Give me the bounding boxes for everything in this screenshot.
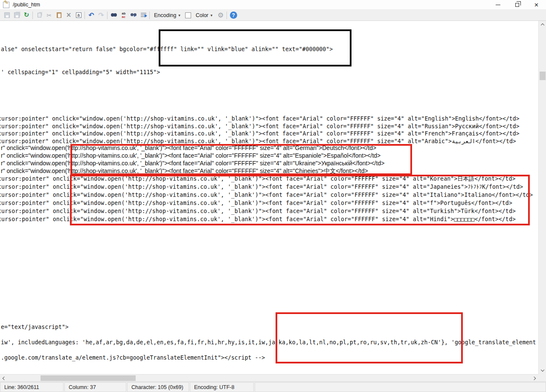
code-editor-area[interactable]: alse" onselectstart="return false" bgcol…	[0, 21, 538, 374]
code-line: cursor:pointer" onclick="window.open('ht…	[0, 115, 520, 122]
color-dropdown[interactable]: Color ▾	[195, 11, 214, 20]
restore-icon	[515, 3, 519, 7]
status-character-indicator: Character: 105 (0x69)	[127, 382, 189, 392]
cut-button[interactable]: ✂	[44, 11, 54, 20]
toolbar: ↻ ✂ × a ↶ ↷ abac Encoding ▾ Color ▾ ⚙ ?	[0, 10, 546, 21]
chevron-up-icon	[540, 23, 544, 27]
reload-icon: ↻	[24, 12, 29, 18]
toolbar-separator	[149, 12, 150, 19]
code-line: cursor:pointer" onclick="window.open('ht…	[0, 123, 520, 130]
restore-button[interactable]	[508, 0, 527, 10]
select-all-icon: a	[76, 12, 81, 18]
find-next-icon	[131, 13, 136, 17]
find-button[interactable]	[109, 11, 119, 20]
code-line: e="text/javascript">	[1, 323, 69, 331]
horizontal-scrollbar[interactable]	[0, 374, 538, 381]
scroll-down-button[interactable]	[539, 367, 546, 374]
color-label: Color	[196, 12, 209, 18]
delete-icon: ×	[66, 12, 72, 18]
chevron-left-icon	[3, 376, 6, 380]
minimize-icon	[496, 5, 500, 5]
save-button[interactable]	[2, 11, 12, 20]
color-checkbox[interactable]	[185, 12, 191, 18]
redo-icon: ↷	[98, 12, 104, 19]
replace-button[interactable]: abac	[119, 11, 128, 20]
cut-icon: ✂	[46, 12, 52, 18]
status-line-indicator: Line: 360/2611	[0, 382, 64, 392]
code-line: r" onclick="window.open('http://shop-vit…	[1, 152, 380, 159]
reload-button[interactable]: ↻	[22, 11, 31, 20]
encoding-dropdown[interactable]: Encoding ▾	[153, 11, 182, 20]
code-line: r" onclick="window.open('http://shop-vit…	[1, 144, 376, 152]
status-encoding-indicator: Encoding: UTF-8	[190, 382, 254, 392]
scroll-left-button[interactable]	[0, 375, 7, 382]
code-line: cursor:pointer" onclick="window.open('ht…	[0, 191, 533, 199]
paste-icon	[57, 12, 61, 18]
vertical-scrollbar[interactable]	[538, 21, 546, 374]
toolbar-separator	[84, 12, 85, 19]
gear-icon: ⚙	[218, 12, 224, 19]
replace-icon: abac	[122, 12, 126, 19]
status-bar: Line: 360/2611 Column: 37 Character: 105…	[0, 381, 546, 392]
code-line: cursor:pointer" onclick="window.open('ht…	[0, 183, 523, 191]
save-icon	[4, 12, 10, 18]
code-line: r" onclick="window.open('http://shop-vit…	[1, 167, 368, 175]
save-all-button[interactable]	[12, 11, 21, 20]
select-all-button[interactable]: a	[74, 11, 83, 20]
delete-button[interactable]: ×	[64, 11, 73, 20]
minimize-button[interactable]	[488, 0, 508, 10]
copy-button[interactable]	[35, 11, 44, 20]
code-line: .google.com/translate_a/element.js?cb=go…	[1, 354, 265, 361]
scrollbar-corner	[538, 374, 546, 381]
vertical-scrollbar-thumb[interactable]	[540, 72, 546, 80]
toolbar-separator	[107, 12, 107, 19]
code-line: cursor:pointer" onclick="window.open('ht…	[0, 130, 520, 137]
window-title: /public_htm	[13, 2, 40, 8]
copy-icon	[38, 13, 41, 17]
code-line: alse" onselectstart="return false" bgcol…	[1, 46, 333, 53]
find-next-button[interactable]	[129, 11, 138, 20]
redo-button[interactable]: ↷	[96, 11, 106, 20]
help-button[interactable]: ?	[229, 11, 238, 20]
code-line: r" onclick="window.open('http://shop-vit…	[1, 159, 384, 167]
find-binoculars-icon	[111, 13, 117, 17]
goto-line-button[interactable]	[139, 11, 148, 20]
close-button[interactable]: ×	[527, 0, 546, 10]
status-column-indicator: Column: 37	[64, 382, 126, 392]
chevron-right-icon	[532, 376, 536, 380]
goto-line-icon	[141, 13, 146, 17]
app-edit-icon: ✎	[3, 2, 9, 8]
code-line: ' cellspacing="1" cellpadding="5" width=…	[1, 69, 160, 76]
close-icon: ×	[534, 1, 539, 9]
toolbar-separator	[32, 12, 33, 19]
toolbar-separator	[227, 12, 227, 19]
status-empty-segment	[255, 382, 546, 392]
code-line: cursor:pointer" onclick="window.open('ht…	[0, 207, 516, 215]
chevron-down-icon: ▾	[178, 13, 180, 17]
code-line: iw', includedLanguages: 'he,af,ar,bg,da,…	[1, 339, 536, 346]
undo-button[interactable]: ↶	[87, 11, 96, 20]
scroll-right-button[interactable]	[531, 375, 538, 382]
scroll-up-button[interactable]	[539, 21, 546, 28]
paste-button[interactable]	[54, 11, 64, 20]
undo-icon: ↶	[88, 12, 94, 19]
code-line: cursor:pointer" onclick="window.open('ht…	[0, 199, 512, 207]
title-bar: ✎ /public_htm ×	[0, 0, 546, 10]
help-icon: ?	[230, 12, 237, 19]
chevron-down-icon: ▾	[211, 13, 213, 17]
horizontal-scrollbar-thumb[interactable]	[41, 375, 136, 381]
settings-button[interactable]: ⚙	[216, 11, 225, 20]
chevron-down-icon	[540, 368, 544, 372]
code-line: cursor:pointer" onclick="window.open('ht…	[0, 175, 516, 183]
encoding-label: Encoding	[154, 12, 176, 18]
save-all-icon	[14, 12, 20, 18]
code-line: cursor:pointer" onclick="window.open('ht…	[0, 215, 516, 223]
